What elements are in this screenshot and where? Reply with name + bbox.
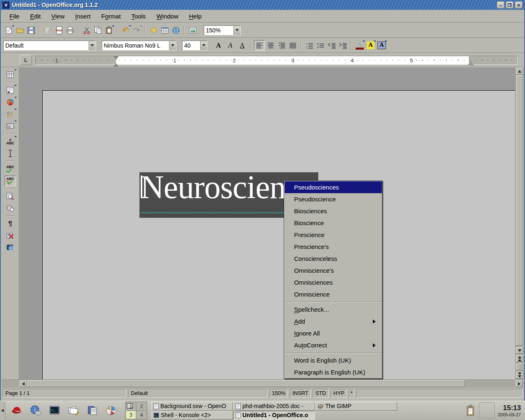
paragraph-language-menu-item[interactable]: Paragraph is English (UK) bbox=[285, 366, 382, 378]
right-indent-marker[interactable] bbox=[468, 57, 474, 66]
numbered-list-button[interactable]: 12 bbox=[304, 40, 315, 51]
chart-button[interactable] bbox=[104, 403, 119, 418]
vertical-scrollbar[interactable] bbox=[515, 68, 523, 379]
vertical-scroll-thumb[interactable] bbox=[516, 75, 523, 346]
zoom-field[interactable]: 150% bbox=[269, 389, 288, 398]
paragraph-background-button[interactable]: A bbox=[376, 40, 387, 51]
suggestion-item[interactable]: Pseudosciences bbox=[285, 181, 382, 193]
email-button[interactable] bbox=[66, 403, 81, 418]
suggestion-item[interactable]: Conscienceless bbox=[285, 253, 382, 265]
close-button[interactable]: × bbox=[515, 1, 523, 9]
scroll-left-button[interactable] bbox=[20, 380, 27, 387]
undo-button[interactable]: ↶ bbox=[120, 25, 131, 36]
document-view[interactable]: Neuroscience bbox=[20, 68, 515, 379]
suggestion-item[interactable]: Omniscience's bbox=[285, 265, 382, 276]
cut-button[interactable] bbox=[81, 25, 92, 36]
task-untitled1-openoffice[interactable]: Untitled1 - OpenOffice.o bbox=[233, 411, 315, 420]
horizontal-ruler[interactable]: 1 1 2 3 4 5 bbox=[35, 56, 518, 65]
copy-button[interactable] bbox=[92, 25, 103, 36]
online-layout-tool[interactable] bbox=[5, 242, 16, 253]
navigator-button[interactable] bbox=[170, 25, 181, 36]
menu-edit[interactable]: Edit bbox=[25, 11, 46, 21]
scroll-right-button[interactable] bbox=[516, 380, 523, 387]
navigation-button[interactable] bbox=[516, 363, 523, 370]
redhat-menu-button[interactable] bbox=[9, 403, 24, 418]
next-page-button[interactable] bbox=[516, 372, 523, 379]
export-pdf-button[interactable]: PDF bbox=[53, 25, 64, 36]
documents-button[interactable] bbox=[85, 403, 100, 418]
nonprinting-characters-tool[interactable]: ¶ bbox=[5, 219, 16, 229]
menu-window[interactable]: Window bbox=[151, 11, 183, 21]
suggestion-item[interactable]: Omnisciences bbox=[285, 276, 382, 288]
pager-desktop-3[interactable]: 3 bbox=[126, 411, 136, 419]
add-menu-item[interactable]: Add bbox=[285, 315, 382, 327]
page-number-field[interactable]: Page 1 / 1 bbox=[2, 389, 126, 398]
spellcheck-menu-item[interactable]: Spellcheck... bbox=[285, 304, 382, 315]
bullet-list-button[interactable] bbox=[315, 40, 326, 51]
find-replace-tool[interactable] bbox=[5, 191, 16, 202]
redo-button[interactable]: ↷ bbox=[131, 25, 142, 36]
page-style-field[interactable]: Default bbox=[128, 389, 267, 398]
font-color-button[interactable]: A bbox=[354, 40, 365, 51]
klipper-tray-icon[interactable] bbox=[466, 405, 476, 416]
menu-insert[interactable]: Insert bbox=[70, 11, 96, 21]
suggestion-item[interactable]: Pseudoscience bbox=[285, 193, 382, 205]
insert-tool[interactable] bbox=[5, 85, 16, 96]
size-dropdown-button[interactable] bbox=[200, 41, 207, 50]
left-indent-marker[interactable] bbox=[113, 56, 119, 63]
pager-desktop-2[interactable]: 2 bbox=[136, 402, 147, 411]
web-browser-button[interactable] bbox=[28, 403, 43, 418]
task-background-sxw[interactable]: Background.sxw - OpenO bbox=[151, 402, 233, 411]
data-sources-tool[interactable] bbox=[5, 203, 16, 214]
underline-button[interactable]: A bbox=[236, 40, 248, 51]
insert-table-button[interactable] bbox=[159, 25, 170, 36]
paragraph-style-combobox[interactable]: Default bbox=[3, 41, 96, 50]
menu-view[interactable]: View bbox=[46, 11, 70, 21]
zoom-dropdown-button[interactable] bbox=[233, 26, 240, 35]
increase-indent-button[interactable] bbox=[337, 40, 348, 51]
autospellcheck-tool[interactable]: ABC bbox=[5, 176, 16, 186]
new-document-button[interactable] bbox=[3, 25, 14, 36]
suggestion-item[interactable]: Prescience's bbox=[285, 241, 382, 253]
ignore-all-menu-item[interactable]: Ignore All bbox=[285, 327, 382, 339]
edit-file-button[interactable] bbox=[42, 25, 53, 36]
autotext-tool[interactable]: AABC bbox=[5, 136, 16, 147]
scroll-up-button[interactable] bbox=[516, 68, 523, 75]
open-button[interactable] bbox=[14, 25, 25, 36]
highlighting-button[interactable]: A bbox=[365, 40, 376, 51]
hyperlink-mode-field[interactable]: HYP bbox=[331, 389, 347, 398]
panel-hide-button[interactable] bbox=[0, 401, 5, 420]
direct-cursor-tool[interactable] bbox=[5, 148, 16, 159]
gallery-button[interactable] bbox=[187, 25, 198, 36]
align-left-button[interactable] bbox=[254, 40, 265, 51]
font-dropdown-button[interactable] bbox=[169, 41, 176, 50]
document-modified-field[interactable]: * bbox=[349, 389, 354, 398]
autocorrect-menu-item[interactable]: AutoCorrect bbox=[285, 339, 382, 351]
zoom-combobox[interactable]: 150% bbox=[204, 25, 241, 35]
menu-file[interactable]: File bbox=[4, 11, 25, 21]
menu-tools[interactable]: Tools bbox=[126, 11, 151, 21]
suggestion-item[interactable]: Omniscience bbox=[285, 288, 382, 300]
font-size-combobox[interactable]: 40 bbox=[182, 41, 208, 50]
titlebar[interactable]: v Untitled1 - OpenOffice.org 1.1.2 – × bbox=[1, 0, 524, 10]
justify-button[interactable] bbox=[287, 40, 298, 51]
draw-functions-tool[interactable] bbox=[5, 109, 16, 119]
insert-fields-tool[interactable] bbox=[5, 97, 16, 107]
decrease-indent-button[interactable] bbox=[326, 40, 337, 51]
suggestion-item[interactable]: Biosciences bbox=[285, 205, 382, 217]
minimize-button[interactable]: – bbox=[497, 1, 504, 9]
save-button[interactable] bbox=[25, 25, 37, 36]
align-right-button[interactable] bbox=[276, 40, 287, 51]
graphics-onoff-tool[interactable] bbox=[5, 231, 16, 241]
clock[interactable]: 15:13 2005-09-27 bbox=[498, 404, 523, 417]
hyperlink-button[interactable] bbox=[148, 25, 159, 36]
task-shell-konsole[interactable]: >_ Shell - Konsole <2> bbox=[151, 411, 233, 420]
menu-help[interactable]: Help bbox=[184, 11, 207, 21]
tab-stop-selector[interactable]: L bbox=[20, 55, 32, 65]
previous-page-button[interactable] bbox=[516, 355, 523, 362]
pager-desktop-4[interactable]: 4 bbox=[136, 411, 147, 419]
paste-button[interactable] bbox=[103, 25, 114, 36]
spellcheck-tool[interactable]: ABC bbox=[5, 164, 16, 174]
horizontal-scroll-thumb[interactable] bbox=[27, 380, 465, 387]
suggestion-item[interactable]: Prescience bbox=[285, 229, 382, 241]
